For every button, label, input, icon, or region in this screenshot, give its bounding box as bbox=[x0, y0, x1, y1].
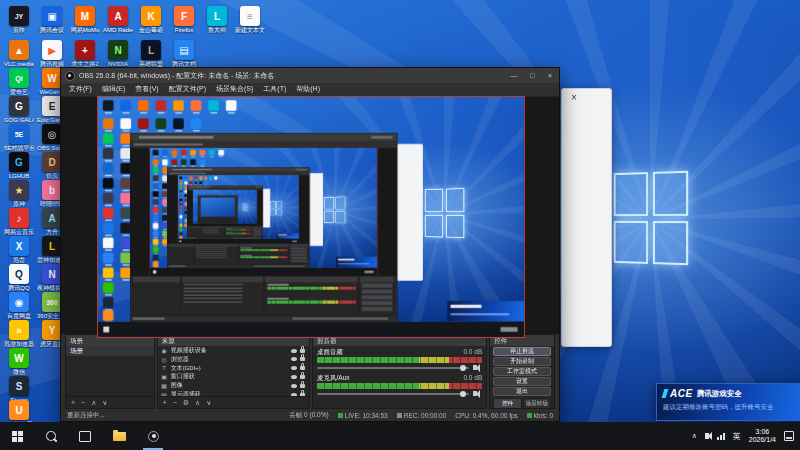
side-panel-close-icon[interactable]: × bbox=[571, 93, 577, 103]
settings-button[interactable]: 设置 bbox=[493, 377, 551, 386]
volume-slider-handle[interactable] bbox=[460, 391, 466, 397]
sources-toolbar-button[interactable]: + bbox=[163, 398, 167, 408]
search-button[interactable] bbox=[34, 422, 68, 450]
obs-menu-item[interactable]: 工具(T) bbox=[258, 84, 291, 94]
visibility-eye-icon[interactable] bbox=[291, 357, 297, 361]
volume-slider[interactable] bbox=[317, 393, 469, 395]
obs-taskbar-button[interactable] bbox=[136, 422, 170, 450]
desktop-icon[interactable]: ▣腾讯会议 bbox=[37, 6, 67, 34]
volume-slider[interactable] bbox=[317, 367, 469, 369]
close-button[interactable]: × bbox=[541, 68, 559, 83]
desktop-icon[interactable]: Qi爱奇艺 bbox=[4, 68, 34, 96]
start-recording-button[interactable]: 开始录制 bbox=[493, 357, 551, 366]
volume-slider-handle[interactable] bbox=[460, 365, 466, 371]
obs-menu-item[interactable]: 帮助(H) bbox=[291, 84, 325, 94]
desktop-icon[interactable]: ▶腾讯视频 bbox=[37, 40, 67, 68]
sources-toolbar-button[interactable]: ∧ bbox=[195, 398, 200, 408]
dock-tab[interactable]: 场景转场 bbox=[523, 398, 551, 408]
desktop-icon[interactable]: ▲VLC media player bbox=[4, 40, 34, 68]
sources-list[interactable]: ◉视频捕获设备◎浏览器T文本(GDI+)▣窗口捕获▦图像▤显示器捕获 bbox=[158, 346, 309, 396]
lock-icon[interactable] bbox=[300, 366, 305, 370]
desktop-icon[interactable]: FFirefox bbox=[169, 6, 199, 34]
lock-icon[interactable] bbox=[300, 357, 305, 361]
mini-desktop-icon bbox=[226, 100, 237, 111]
desktop-icon[interactable]: M网易MuMu bbox=[70, 6, 100, 34]
mini-icon-label bbox=[193, 130, 200, 132]
sources-toolbar-button[interactable]: ⚙ bbox=[183, 398, 189, 408]
studio-mode-button[interactable]: 工作室模式 bbox=[493, 367, 551, 376]
obs-preview-canvas[interactable] bbox=[61, 97, 559, 334]
source-row[interactable]: ▣窗口捕获 bbox=[158, 373, 309, 382]
source-row[interactable]: T文本(GDI+) bbox=[158, 364, 309, 373]
start-button[interactable] bbox=[0, 422, 34, 450]
sources-toolbar-button[interactable]: ∨ bbox=[206, 398, 211, 408]
desktop-icon[interactable]: X迅雷 bbox=[4, 236, 34, 264]
desktop-icon[interactable]: GGOG GALAXY bbox=[4, 96, 34, 124]
desktop-icon[interactable]: JY剪映 bbox=[4, 6, 34, 34]
source-row[interactable]: ◎浏览器 bbox=[158, 355, 309, 364]
desktop-icon[interactable]: NNVIDIA bbox=[103, 40, 133, 68]
sources-toolbar-button[interactable]: − bbox=[173, 398, 177, 408]
dock-tab[interactable]: 控件 bbox=[493, 398, 521, 408]
mini-desktop-icon bbox=[153, 183, 159, 189]
exit-button[interactable]: 退出 bbox=[493, 387, 551, 396]
visibility-eye-icon[interactable] bbox=[291, 384, 297, 388]
obs-menu-item[interactable]: 配置文件(P) bbox=[164, 84, 211, 94]
mini-desktop-icon bbox=[191, 118, 202, 129]
lock-icon[interactable] bbox=[300, 349, 305, 353]
desktop-icon[interactable]: K金山毒霸 bbox=[136, 6, 166, 34]
source-row[interactable]: ▦图像 bbox=[158, 381, 309, 390]
network-icon[interactable] bbox=[717, 433, 725, 440]
source-row[interactable]: ◉视频捕获设备 bbox=[158, 346, 309, 355]
scenes-toolbar-button[interactable]: − bbox=[81, 398, 85, 408]
scene-item[interactable]: 场景 bbox=[66, 346, 154, 356]
language-indicator[interactable]: 英 bbox=[733, 431, 741, 442]
desktop-icon[interactable]: Q腾讯QQ bbox=[4, 264, 34, 292]
desktop-icon[interactable]: L英雄联盟 bbox=[136, 40, 166, 68]
lock-icon[interactable] bbox=[300, 393, 305, 397]
tray-expand-icon[interactable]: ∧ bbox=[692, 432, 697, 440]
desktop-icon[interactable]: AAMD Radeon bbox=[103, 6, 133, 34]
visibility-eye-icon[interactable] bbox=[291, 349, 297, 353]
scenes-toolbar-button[interactable]: + bbox=[71, 398, 75, 408]
lock-icon[interactable] bbox=[300, 375, 305, 379]
visibility-eye-icon[interactable] bbox=[291, 393, 297, 397]
obs-titlebar[interactable]: OBS 25.0.8 (64-bit, windows) - 配置文件: 未命名… bbox=[61, 68, 559, 83]
desktop-icon[interactable]: W微信 bbox=[4, 348, 34, 376]
minimize-button[interactable]: — bbox=[505, 68, 523, 83]
obs-menu-item[interactable]: 查看(V) bbox=[130, 84, 163, 94]
file-explorer-button[interactable] bbox=[102, 422, 136, 450]
obs-menu-item[interactable]: 编辑(E) bbox=[97, 84, 130, 94]
taskbar-clock[interactable]: 3:06 2026/1/4 bbox=[749, 428, 776, 444]
desktop-icon[interactable]: GLGHUB bbox=[4, 152, 34, 180]
obs-menu-item[interactable]: 文件(F) bbox=[64, 84, 97, 94]
display-capture-source[interactable] bbox=[98, 97, 524, 337]
desktop-icon[interactable]: ♪网易云音乐 bbox=[4, 208, 34, 236]
scenes-toolbar-button[interactable]: ∨ bbox=[102, 398, 107, 408]
desktop-icon[interactable]: 5E5E对战平台 bbox=[4, 124, 34, 152]
action-center-icon[interactable] bbox=[784, 431, 794, 441]
desktop-icon[interactable]: L鲁大师 bbox=[202, 6, 232, 34]
mini-obs-capture bbox=[193, 190, 257, 226]
speaker-icon[interactable] bbox=[473, 365, 477, 370]
obs-menu-item[interactable]: 场景集合(S) bbox=[211, 84, 258, 94]
desktop-icon-image: W bbox=[9, 348, 29, 368]
desktop-icon[interactable]: +求生之路2 bbox=[70, 40, 100, 68]
speaker-icon[interactable] bbox=[473, 391, 477, 396]
visibility-eye-icon[interactable] bbox=[291, 366, 297, 370]
lock-icon[interactable] bbox=[300, 384, 305, 388]
security-notification[interactable]: ACE 腾讯游戏安全 建议定期修改账号密码，提升账号安全 bbox=[656, 383, 800, 421]
task-view-button[interactable] bbox=[68, 422, 102, 450]
scenes-toolbar-button[interactable]: ∧ bbox=[91, 398, 96, 408]
volume-icon[interactable] bbox=[705, 433, 709, 439]
scenes-list[interactable]: 场景 bbox=[66, 346, 154, 396]
desktop-icon[interactable]: ◉百度网盘 bbox=[4, 292, 34, 320]
visibility-eye-icon[interactable] bbox=[291, 375, 297, 379]
desktop-icon[interactable]: ★原神 bbox=[4, 180, 34, 208]
stop-streaming-button[interactable]: 停止推流 bbox=[493, 347, 551, 356]
maximize-button[interactable]: □ bbox=[523, 68, 541, 83]
desktop-icon[interactable]: ▤腾讯文档 bbox=[169, 40, 199, 68]
source-row[interactable]: ▤显示器捕获 bbox=[158, 390, 309, 396]
desktop-icon[interactable]: ≡新建文本文档 bbox=[235, 6, 265, 34]
desktop-icon[interactable]: »迅游加速器 bbox=[4, 320, 34, 348]
